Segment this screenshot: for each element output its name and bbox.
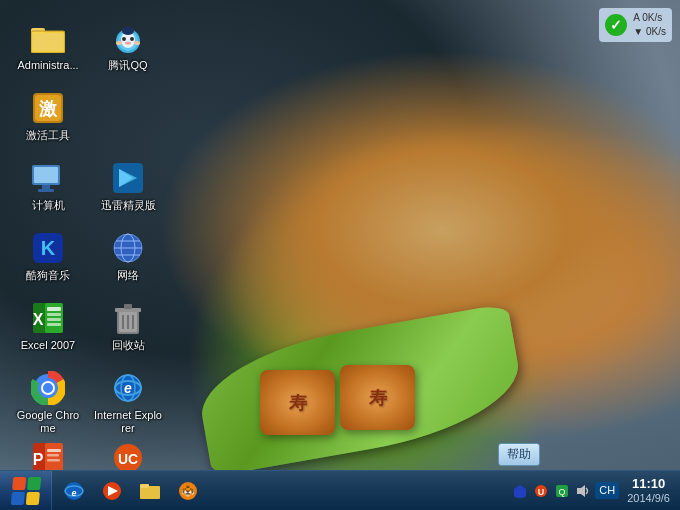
computer-icon (30, 160, 66, 196)
kugou-icon: K (30, 230, 66, 266)
help-button[interactable]: 帮助 (498, 443, 540, 466)
icon-computer-label: 计算机 (13, 199, 83, 212)
icon-network-label: 网络 (93, 269, 163, 282)
icon-admin-label: Administra... (13, 59, 83, 72)
svg-point-9 (125, 42, 131, 45)
svg-point-11 (134, 41, 140, 45)
notification-text: A 0K/s ▼ 0K/s (633, 11, 666, 39)
svg-point-8 (130, 37, 134, 41)
lang-text: CH (599, 484, 615, 497)
svg-text:Q: Q (559, 487, 566, 497)
icon-network[interactable]: 网络 (90, 225, 166, 293)
icon-recycle-bin[interactable]: 回收站 (90, 295, 166, 363)
chrome-icon (30, 370, 66, 406)
svg-rect-32 (47, 307, 61, 311)
icon-ie-label: Internet Explorer (93, 409, 163, 435)
folder-icon (30, 20, 66, 56)
icon-xunlei[interactable]: 迅雷精灵版 (90, 155, 166, 223)
icon-excel-label: Excel 2007 (13, 339, 83, 352)
svg-point-7 (122, 37, 126, 41)
svg-text:激: 激 (39, 99, 58, 119)
icon-tencentqq[interactable]: 腾讯QQ (90, 15, 166, 83)
xunlei-icon (110, 160, 146, 196)
icon-activation-tool[interactable]: 激 激活工具 (10, 85, 86, 153)
taskbar-ie-icon[interactable]: e (56, 473, 92, 509)
taskbar-right: U Q CH (511, 471, 680, 510)
excel-icon: X (30, 300, 66, 336)
svg-text:e: e (124, 380, 132, 396)
tray-icons: U Q (511, 482, 592, 500)
svg-rect-52 (45, 443, 63, 473)
tray-icon-2[interactable]: U (532, 482, 550, 500)
icon-google-chrome[interactable]: Google Chrome (10, 365, 86, 433)
svg-rect-17 (34, 167, 58, 183)
svg-rect-56 (47, 459, 60, 462)
icon-kugou-music[interactable]: K 酷狗音乐 (10, 225, 86, 293)
tray-volume-icon[interactable] (574, 482, 592, 500)
icon-excel-2007[interactable]: X Excel 2007 (10, 295, 86, 363)
system-clock[interactable]: 11:10 2014/9/6 (622, 476, 675, 505)
icon-internet-explorer[interactable]: e Internet Explorer (90, 365, 166, 433)
svg-rect-18 (42, 185, 50, 189)
windows-logo (10, 477, 40, 505)
svg-rect-35 (47, 323, 61, 326)
recycle-icon (110, 300, 146, 336)
svg-rect-40 (124, 304, 132, 309)
svg-text:P: P (33, 451, 44, 468)
desktop: ✓ A 0K/s ▼ 0K/s 帮助 Administra... (0, 0, 680, 510)
check-icon: ✓ (605, 14, 627, 36)
svg-rect-75 (140, 484, 149, 488)
qq-icon (110, 20, 146, 56)
icon-qq-label: 腾讯QQ (93, 59, 163, 72)
svg-text:e: e (71, 488, 76, 498)
tray-icon-3[interactable]: Q (553, 482, 571, 500)
svg-rect-19 (38, 189, 54, 192)
icon-chrome-label: Google Chrome (13, 409, 83, 435)
taskbar-folder-icon[interactable] (132, 473, 168, 509)
svg-rect-55 (47, 454, 59, 457)
taskbar: e 🐯 (0, 470, 680, 510)
icon-kugou-label: 酷狗音乐 (13, 269, 83, 282)
svg-text:U: U (538, 487, 545, 497)
mooncake-1 (260, 370, 335, 435)
language-indicator[interactable]: CH (595, 482, 619, 499)
svg-rect-34 (47, 318, 61, 321)
clock-date: 2014/9/6 (627, 492, 670, 505)
svg-text:K: K (41, 237, 56, 259)
icon-activation-label: 激活工具 (13, 129, 83, 142)
tray-icon-1[interactable] (511, 482, 529, 500)
clock-time: 11:10 (632, 476, 665, 492)
svg-rect-3 (33, 33, 63, 51)
activation-icon: 激 (30, 90, 66, 126)
icon-recycle-label: 回收站 (93, 339, 163, 352)
icon-administrator[interactable]: Administra... (10, 15, 86, 83)
taskbar-quick-launch: e 🐯 (52, 471, 210, 510)
svg-point-10 (116, 41, 122, 45)
icons-area: Administra... 腾讯QQ (5, 10, 170, 470)
start-button[interactable] (0, 471, 52, 511)
svg-rect-54 (47, 449, 61, 452)
ie-icon: e (110, 370, 146, 406)
mooncake-2 (340, 365, 415, 430)
network-icon (110, 230, 146, 266)
svg-marker-82 (577, 485, 585, 497)
icon-xunlei-label: 迅雷精灵版 (93, 199, 163, 212)
svg-text:X: X (33, 311, 44, 328)
svg-text:UC: UC (118, 451, 138, 467)
icon-my-computer[interactable]: 计算机 (10, 155, 86, 223)
notification-area: ✓ A 0K/s ▼ 0K/s (599, 8, 672, 42)
svg-text:🐯: 🐯 (181, 484, 195, 498)
svg-point-12 (122, 27, 134, 35)
svg-rect-33 (47, 313, 61, 316)
svg-point-46 (43, 383, 53, 393)
taskbar-tiger-icon[interactable]: 🐯 (170, 473, 206, 509)
taskbar-media-icon[interactable] (94, 473, 130, 509)
